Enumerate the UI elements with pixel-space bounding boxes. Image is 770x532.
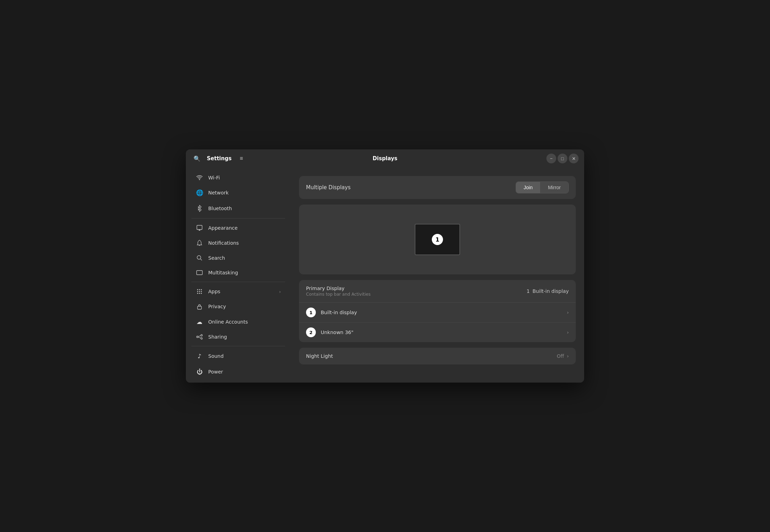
display-list-card: Primary Display Contains top bar and Act…	[299, 280, 576, 342]
sidebar-item-appearance-label: Appearance	[208, 225, 238, 231]
wm-buttons: − □ ✕	[546, 154, 579, 163]
svg-point-3	[197, 256, 201, 259]
svg-point-8	[201, 289, 202, 290]
svg-point-7	[199, 289, 200, 290]
hamburger-button[interactable]: ≡	[236, 153, 247, 164]
search-sidebar-icon	[196, 255, 203, 261]
sound-icon: ♪	[196, 353, 203, 360]
sharing-icon	[196, 334, 203, 340]
sidebar-item-notifications-label: Notifications	[208, 240, 239, 246]
privacy-icon	[196, 303, 203, 310]
night-light-card: Night Light Off ›	[299, 348, 576, 364]
sidebar-item-privacy[interactable]: Privacy	[189, 299, 288, 314]
svg-point-11	[201, 291, 202, 292]
close-button[interactable]: ✕	[569, 154, 579, 163]
svg-point-6	[197, 289, 198, 290]
maximize-button[interactable]: □	[558, 154, 567, 163]
primary-display-subtitle: Contains top bar and Activities	[306, 292, 371, 297]
svg-line-4	[201, 259, 202, 260]
svg-point-18	[201, 338, 203, 339]
svg-point-13	[199, 293, 200, 294]
notifications-icon	[196, 240, 203, 246]
svg-rect-5	[197, 271, 203, 275]
settings-title: Settings	[207, 155, 232, 162]
join-button[interactable]: Join	[516, 182, 540, 193]
mirror-button[interactable]: Mirror	[540, 182, 568, 193]
multiple-displays-row: Multiple Displays Join Mirror	[299, 176, 576, 199]
sidebar-divider-3	[191, 346, 285, 346]
display-badge-2: 2	[306, 327, 316, 337]
night-light-chevron-icon: ›	[567, 353, 569, 359]
sidebar-item-power-label: Power	[208, 369, 223, 375]
multiple-displays-label: Multiple Displays	[306, 184, 350, 191]
bluetooth-icon	[196, 205, 203, 212]
sidebar-item-network[interactable]: 🌐 Network	[189, 185, 288, 200]
search-icon-button[interactable]: 🔍	[191, 153, 203, 164]
display-label-2: Unknown 36"	[321, 330, 567, 335]
main-content: Multiple Displays Join Mirror 1	[291, 168, 584, 383]
sidebar-divider-2	[191, 282, 285, 282]
titlebar-left: 🔍 Settings ≡	[191, 153, 289, 164]
sidebar: Wi-Fi 🌐 Network Bluetooth	[186, 168, 291, 383]
display-chevron-1: ›	[567, 310, 569, 315]
svg-point-9	[197, 291, 198, 292]
display-badge-1: 1	[306, 308, 316, 317]
sidebar-item-online-accounts-label: Online Accounts	[208, 319, 248, 325]
sidebar-item-appearance[interactable]: Appearance	[189, 221, 288, 235]
sidebar-item-sharing-label: Sharing	[208, 334, 227, 340]
primary-display-info: Primary Display Contains top bar and Act…	[306, 286, 371, 297]
monitor-number-badge: 1	[432, 234, 443, 245]
primary-display-value-label: Built-in display	[532, 288, 569, 294]
sidebar-item-wifi[interactable]: Wi-Fi	[189, 171, 288, 185]
sidebar-divider-1	[191, 218, 285, 219]
sidebar-item-bluetooth[interactable]: Bluetooth	[189, 201, 288, 216]
titlebar: 🔍 Settings ≡ Displays − □ ✕	[186, 149, 584, 168]
night-light-label: Night Light	[306, 353, 333, 359]
sidebar-item-sharing[interactable]: Sharing	[189, 330, 288, 344]
display-list-item-2[interactable]: 2 Unknown 36" ›	[299, 323, 576, 342]
sidebar-item-online-accounts[interactable]: ☁ Online Accounts	[189, 314, 288, 330]
sidebar-item-multitasking[interactable]: Multitasking	[189, 266, 288, 280]
svg-line-20	[198, 337, 201, 338]
svg-point-16	[197, 336, 198, 338]
primary-display-value: 1 Built-in display	[526, 288, 569, 294]
sidebar-item-notifications[interactable]: Notifications	[189, 236, 288, 250]
primary-display-row: Primary Display Contains top bar and Act…	[299, 280, 576, 303]
svg-point-12	[197, 293, 198, 294]
svg-rect-15	[197, 306, 201, 309]
multitasking-icon	[196, 270, 203, 275]
display-monitor-1: 1	[415, 224, 460, 255]
night-light-value: Off ›	[557, 353, 569, 359]
sidebar-item-bluetooth-label: Bluetooth	[208, 206, 232, 211]
primary-display-number: 1	[526, 288, 530, 294]
sidebar-item-sound[interactable]: ♪ Sound	[189, 348, 288, 364]
svg-point-10	[199, 291, 200, 292]
sidebar-item-multitasking-label: Multitasking	[208, 270, 238, 275]
display-preview-card: 1	[299, 205, 576, 274]
sidebar-item-privacy-label: Privacy	[208, 304, 226, 309]
night-light-status: Off	[557, 353, 564, 359]
night-light-row[interactable]: Night Light Off ›	[299, 348, 576, 364]
svg-point-17	[201, 334, 203, 336]
window-title: Displays	[373, 155, 398, 162]
sidebar-item-apps-label: Apps	[208, 289, 220, 294]
apps-icon	[196, 288, 203, 295]
minimize-button[interactable]: −	[546, 154, 556, 163]
svg-rect-0	[197, 226, 202, 230]
apps-chevron-icon: ›	[279, 289, 281, 294]
multiple-displays-card: Multiple Displays Join Mirror	[299, 176, 576, 199]
network-icon: 🌐	[196, 189, 203, 196]
appearance-icon	[196, 225, 203, 231]
online-accounts-icon: ☁	[196, 318, 203, 325]
power-icon: ⏻	[196, 368, 203, 375]
svg-line-19	[198, 336, 201, 337]
svg-rect-2	[199, 230, 201, 230]
display-label-1: Built-in display	[321, 310, 567, 315]
sidebar-item-apps[interactable]: Apps ›	[189, 284, 288, 299]
wifi-icon	[196, 175, 203, 180]
sidebar-item-search[interactable]: Search	[189, 251, 288, 265]
display-list-item-1[interactable]: 1 Built-in display ›	[299, 303, 576, 323]
sidebar-item-power[interactable]: ⏻ Power	[189, 364, 288, 379]
settings-window: 🔍 Settings ≡ Displays − □ ✕ Wi-Fi	[186, 149, 584, 383]
display-mode-btn-group: Join Mirror	[516, 182, 569, 193]
